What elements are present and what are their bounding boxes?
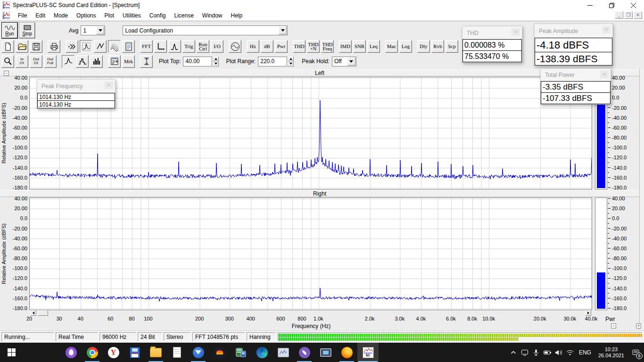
toolbar-button-open[interactable] (16, 40, 28, 53)
close-button[interactable] (622, 0, 644, 10)
menu-item-help[interactable]: Help (227, 11, 247, 20)
notification-center-icon[interactable]: 5 (628, 343, 644, 362)
menu-item-utilities[interactable]: Utilities (118, 11, 145, 20)
plot-range-spinner[interactable] (288, 57, 294, 66)
toolbar-button-notes[interactable] (122, 40, 135, 53)
language-indicator[interactable]: ENG (576, 349, 594, 356)
taskbar-app-device-tool[interactable] (230, 343, 251, 362)
tray-battery-icon[interactable] (542, 343, 553, 362)
taskbar-app-audio-analyzer[interactable] (272, 343, 294, 362)
taskbar-app-notepad[interactable] (166, 343, 188, 362)
toolbar-button-weighting[interactable] (168, 40, 181, 53)
toolbar-button-fft-settings[interactable]: FFT (140, 40, 153, 53)
toolbar-button-time-series[interactable] (94, 40, 107, 53)
toolbar-button-thd-n[interactable]: THD+N (307, 40, 320, 53)
toolbar-button-run-control[interactable]: RunCtrl (197, 40, 209, 53)
plot-range-input[interactable] (258, 57, 287, 66)
collapse-plot-button[interactable]: - (4, 71, 9, 76)
toolbar-button-markers[interactable]: Mrk (122, 55, 135, 68)
toolbar-button-imd[interactable]: IMD (339, 40, 352, 53)
toolbar-button-thd-freq[interactable]: THDFreq (321, 40, 334, 53)
child-minimize-button[interactable]: _ (615, 11, 623, 19)
scroll-left-button[interactable] (30, 310, 36, 316)
close-icon[interactable]: ✕ (512, 28, 520, 36)
close-icon[interactable]: ✕ (105, 82, 113, 89)
expand-button[interactable]: + (636, 323, 641, 329)
tray-volume-icon[interactable] (553, 343, 564, 362)
menu-item-window[interactable]: Window (198, 11, 227, 20)
run-button[interactable]: Run (2, 23, 17, 38)
taskbar-app-thunderbird[interactable] (188, 343, 209, 362)
toolbar-button-zoom-in-2x[interactable]: In2X (16, 55, 28, 68)
spectrum-canvas-right[interactable] (30, 198, 592, 310)
taskbar-app-backup-tool[interactable] (124, 343, 145, 362)
taskbar-app-edge[interactable] (251, 343, 272, 362)
chevron-down-icon[interactable] (96, 26, 104, 34)
toolbar-button-zoom-out-full[interactable]: OutFull (44, 55, 57, 68)
toolbar-button-reverb[interactable]: Rvb (431, 40, 444, 53)
menu-item-config[interactable]: Config (145, 11, 170, 20)
toolbar-button-amplitude-units[interactable]: dB (261, 40, 273, 53)
taskbar-app-firefox[interactable] (336, 343, 357, 362)
child-close-button[interactable]: ✕ (634, 11, 642, 19)
taskbar-app-file-explorer[interactable] (145, 343, 166, 362)
menu-item-license[interactable]: License (170, 11, 198, 20)
toolbar-button-macro[interactable]: Mac (385, 40, 398, 53)
toolbar-button-plot-type-line[interactable] (62, 55, 74, 68)
toolbar-button-leq[interactable]: Leq (367, 40, 380, 53)
toolbar-button-trigger[interactable]: Trig (182, 40, 195, 53)
taskbar-app-chrome[interactable] (82, 343, 103, 362)
taskbar-app-spectraplus[interactable]: SC (357, 343, 379, 362)
taskbar-app-yandex-browser[interactable]: Y (103, 343, 124, 362)
toolbar-button-print[interactable] (48, 40, 60, 53)
spectrum-plot-right[interactable] (29, 197, 592, 310)
menu-item-file[interactable]: File (14, 11, 31, 20)
toolbar-button-snr[interactable]: SNR (353, 40, 366, 53)
toolbar-button-auto-range[interactable] (140, 55, 153, 68)
toolbar-button-plot-type-bar[interactable] (90, 55, 103, 68)
tray-screen-cast-icon[interactable] (519, 343, 530, 362)
taskbar-clock[interactable]: 10:2326.04.2021 (594, 346, 628, 359)
scroll-thumb[interactable] (38, 310, 48, 316)
toolbar-button-logging[interactable]: Log (399, 40, 412, 53)
toolbar-button-averaging[interactable] (66, 40, 78, 53)
toolbar-button-frequency-units[interactable]: Hz (247, 40, 259, 53)
collapse-meter-button[interactable]: - (611, 323, 616, 329)
toolbar-button-thd[interactable]: THD (293, 40, 305, 53)
toolbar-button-signal-generator[interactable] (229, 40, 241, 53)
toolbar-button-io-device[interactable]: I/O (211, 40, 223, 53)
toolbar-button-display-options[interactable] (108, 55, 121, 68)
load-configuration-combobox[interactable]: Load Configuration (123, 25, 288, 35)
toolbar-button-spectrum-display[interactable] (80, 40, 92, 53)
close-icon[interactable]: ✕ (602, 26, 611, 33)
toolbar-button-power[interactable]: Pwr (275, 40, 288, 53)
avg-combobox[interactable]: 1 (81, 25, 105, 35)
toolbar-button-save[interactable] (30, 40, 42, 53)
child-restore-button[interactable]: ❐ (624, 11, 633, 19)
chevron-down-icon[interactable] (279, 26, 287, 34)
peak-hold-combobox[interactable]: Off (332, 57, 356, 66)
toolbar-button-zoom-out-2x[interactable]: Out2X (30, 55, 42, 68)
plot-top-spinner[interactable] (213, 57, 219, 66)
tray-chevron-up-icon[interactable] (508, 343, 519, 362)
menu-item-mode[interactable]: Mode (50, 11, 72, 20)
stop-button[interactable]: Stop (19, 23, 35, 38)
menu-item-plot[interactable]: Plot (100, 11, 118, 20)
menu-item-options[interactable]: Options (72, 11, 100, 20)
tray-microphone-icon[interactable] (530, 343, 542, 362)
taskbar-app-viber[interactable] (294, 343, 315, 362)
close-icon[interactable]: ✕ (600, 71, 609, 78)
toolbar-button-scope[interactable]: Scp (446, 40, 458, 53)
chevron-down-icon[interactable] (347, 58, 355, 66)
taskbar-app-aimp[interactable] (209, 343, 230, 362)
toolbar-button-zoom[interactable] (1, 55, 14, 68)
minimize-button[interactable] (579, 0, 601, 10)
toolbar-button-surface-3d[interactable] (108, 40, 121, 53)
start-button[interactable] (0, 343, 23, 362)
tray-network-wifi-icon[interactable] (564, 343, 576, 362)
plot-top-input[interactable] (183, 57, 212, 66)
toolbar-button-delay[interactable]: Dly (417, 40, 430, 53)
taskbar-app-app-egg[interactable] (60, 343, 82, 362)
menu-item-edit[interactable]: Edit (31, 11, 50, 20)
restore-button[interactable] (601, 0, 622, 10)
